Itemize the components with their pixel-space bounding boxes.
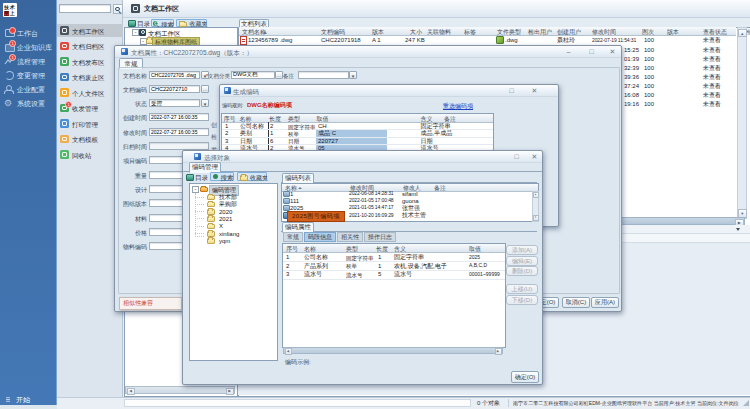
tab-code-attrs[interactable]: 编码属性 xyxy=(282,222,314,233)
code-list-vscrollbar[interactable]: ▲ ▼ xyxy=(532,191,539,223)
close-icon[interactable]: ✕ xyxy=(530,87,539,94)
tree-item-label[interactable]: xinliang xyxy=(219,231,239,238)
table-row[interactable]: 123456789 .dwg CHC22071918 A 1 247 KB .d… xyxy=(239,35,736,44)
apply-button[interactable]: 应用(A) xyxy=(591,297,619,308)
col-name[interactable]: 名称 xyxy=(304,246,316,253)
table-row[interactable]: 15:25 100 未查看 xyxy=(620,45,736,54)
subtab-general[interactable]: 常规 xyxy=(283,232,303,242)
sidebar-item-workbench[interactable]: 工作台 xyxy=(0,27,57,40)
table-row[interactable]: 39:36 100 未查看 xyxy=(620,72,736,81)
modify-time-input[interactable] xyxy=(149,128,209,136)
cell-name: 流水号 xyxy=(304,271,322,278)
status-dropdown-button[interactable]: ▾ xyxy=(201,99,209,107)
remark-input[interactable] xyxy=(298,71,349,79)
field-label: 材料 xyxy=(115,216,147,223)
doc-code-browse-button[interactable]: ⋯ xyxy=(201,85,209,93)
table-row[interactable]: 19:16 100 未查看 xyxy=(620,99,736,108)
minimize-icon[interactable]: – xyxy=(564,48,573,55)
collapse-icon[interactable] xyxy=(736,228,740,231)
col-seq[interactable]: 序号 xyxy=(286,246,298,253)
scroll-right-arrow[interactable]: ▶ xyxy=(226,388,234,395)
segments-hscrollbar[interactable]: ◀ ▶ xyxy=(283,347,503,354)
table-row[interactable]: 2025 2021-01-05 14:47:17 张世强 xyxy=(281,204,531,211)
nav-search-input[interactable] xyxy=(59,4,111,13)
table-row[interactable]: 01:39 100 未查看 xyxy=(620,54,736,63)
subtab-relevance[interactable]: 相关性 xyxy=(337,232,363,242)
toolbar-search-button[interactable]: 搜索 xyxy=(210,172,234,181)
status-select[interactable] xyxy=(149,99,200,107)
table-row-selected[interactable]: 2025图号编码项 2021-10-20 16:09:29 技术主管 xyxy=(281,211,531,219)
tab-code-list[interactable]: 编码列表 xyxy=(282,173,314,184)
ok-button[interactable]: 确定(O) xyxy=(511,371,539,383)
delete-button[interactable]: 删除(D) xyxy=(506,266,538,276)
scroll-up-arrow[interactable]: ▲ xyxy=(738,29,747,38)
sidebar-item-process[interactable]: 1 流程管理 xyxy=(0,55,57,68)
start-button[interactable]: 开始 xyxy=(0,394,57,405)
maximize-icon[interactable]: □ xyxy=(587,48,596,55)
move-up-button[interactable]: 上移(U) xyxy=(506,284,538,294)
tree-expander-root[interactable]: - xyxy=(132,29,139,36)
dialog-title-bar[interactable]: 选择对象 □ ✕ xyxy=(183,151,542,163)
maximize-icon[interactable]: □ xyxy=(512,153,521,160)
tab-strip xyxy=(281,222,537,232)
col-value[interactable]: 取值 xyxy=(469,246,481,253)
app-logo[interactable]: 技术至上 xyxy=(3,3,17,17)
remark-dropdown-button[interactable]: ▾ xyxy=(349,71,357,79)
move-down-button[interactable]: 下移(D) xyxy=(506,295,538,305)
close-icon[interactable]: ✕ xyxy=(608,48,617,55)
doc-name-input[interactable] xyxy=(149,71,200,79)
scroll-left-arrow[interactable]: ◀ xyxy=(285,348,292,355)
table-row[interactable]: 37:24 100 未查看 xyxy=(620,81,736,90)
scroll-down-arrow[interactable]: ▼ xyxy=(533,215,539,221)
cancel-button[interactable]: 取消(C) xyxy=(562,297,590,308)
table-row[interactable]: 1 2022-06-08 14:28:31 sifaml xyxy=(281,190,531,197)
nav-item-doc-workspace[interactable]: 文档工作区 xyxy=(57,24,123,38)
tree-item-label[interactable]: yqm xyxy=(219,238,230,245)
tree-item-label[interactable]: 2020 xyxy=(219,209,232,216)
sidebar-item-system-settings[interactable]: ⚙ 系统设置 xyxy=(0,97,57,110)
sidebar-item-knowledge[interactable]: 1 企业知识库 xyxy=(0,41,57,54)
doc-code-input[interactable] xyxy=(149,85,200,93)
reselect-rule-link[interactable]: 重选编码项 xyxy=(443,103,473,110)
table-row[interactable]: 111 2022-01-05 17:00:48 guona xyxy=(281,197,531,204)
main-toolbar-search-button[interactable]: 搜索 xyxy=(151,19,174,27)
create-time-input[interactable] xyxy=(149,113,209,121)
toolbar-favorites-button[interactable]: 收藏夹 xyxy=(237,172,267,181)
cell-value: 00001~99999 xyxy=(469,272,500,278)
doc-list-vscrollbar[interactable]: ▲ ▼ xyxy=(737,27,748,219)
scroll-left-arrow[interactable]: ◀ xyxy=(127,388,135,395)
tree-item-label[interactable]: X xyxy=(219,223,223,230)
col-length[interactable]: 长度 xyxy=(376,246,388,253)
table-row[interactable]: 16:08 100 未查看 xyxy=(620,90,736,99)
col-type[interactable]: 类型 xyxy=(346,246,358,253)
scroll-up-arrow[interactable]: ▲ xyxy=(533,192,539,198)
edit-button[interactable]: 编辑(E) xyxy=(506,256,538,266)
sidebar-item-change[interactable]: 变更管理 xyxy=(0,69,57,82)
main-toolbar-catalog-button[interactable]: 目录 xyxy=(126,19,149,27)
resize-grip-icon[interactable] xyxy=(743,400,749,406)
dialog-title-bar[interactable]: 生成编码 □ ✕ xyxy=(220,85,558,97)
table-row[interactable]: 3 流水号 流水号 5 流水号 00001~99999 xyxy=(283,270,505,280)
subtab-oplog[interactable]: 操作日志 xyxy=(364,232,396,242)
maximize-icon[interactable]: □ xyxy=(507,87,516,94)
tab-code-manage[interactable]: 编码管理 xyxy=(189,162,221,173)
tree-expander-root[interactable]: - xyxy=(192,186,199,193)
main-toolbar-favorites-button[interactable]: 收藏夹 xyxy=(176,19,207,27)
archive-time-input[interactable] xyxy=(149,142,209,150)
nav-item-label: 文档归档区 xyxy=(72,43,105,50)
scroll-right-arrow[interactable]: ▶ xyxy=(495,348,502,355)
nav-search-button[interactable] xyxy=(113,4,123,14)
dialog-title-bar[interactable]: 文档属性：CHC22072705.dwg（版本：） – □ ✕ xyxy=(115,46,621,58)
category-input[interactable] xyxy=(231,71,275,79)
tree-item-label[interactable]: 采购部 xyxy=(219,201,237,208)
col-meaning[interactable]: 含义 xyxy=(394,246,406,253)
add-button[interactable]: 添加(A) xyxy=(506,245,538,255)
tree-item-label[interactable]: 2021 xyxy=(219,216,232,223)
table-row[interactable]: 32:39 100 未查看 xyxy=(620,63,736,72)
tree-item-label[interactable]: 技术部 xyxy=(219,194,237,201)
sidebar-item-enterprise-config[interactable]: 企业配置 xyxy=(0,83,57,96)
tree-hscrollbar[interactable]: ◀ ▶ xyxy=(125,386,235,394)
subtab-segments[interactable]: 码段信息 xyxy=(304,232,336,242)
toolbar-catalog-button[interactable]: 目录 xyxy=(185,172,207,181)
close-icon[interactable]: ✕ xyxy=(530,153,539,160)
